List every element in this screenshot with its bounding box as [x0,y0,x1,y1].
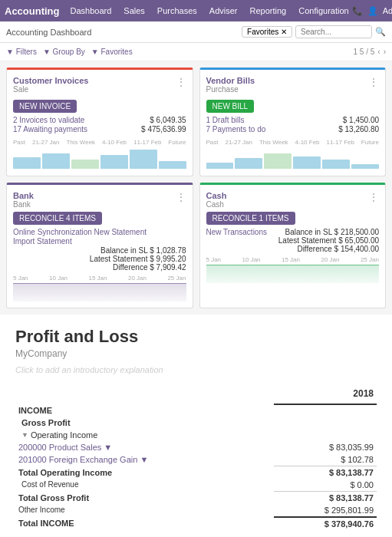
vendor-bills-info: 1 Draft bills $ 1,450.00 7 Payments to d… [206,116,380,134]
cash-latest-value: $ 65,050.00 [338,236,379,245]
cash-title: Cash [206,191,227,200]
nav-right: 📞 👤 Administrator [352,6,392,16]
product-sales-label[interactable]: 200000 Product Sales ▼ [15,441,274,453]
vendor-bills-menu-icon[interactable]: ⋮ [368,76,379,88]
customer-invoices-row2: 17 Awaiting payments $ 475,636.99 [13,125,186,133]
favorites-filter-button[interactable]: ▼ Favorites [91,48,133,56]
reconcile-cash-button[interactable]: RECONCILE 1 ITEMS [206,212,295,225]
bank-chart-labels: 5 Jan 10 Jan 15 Jan 20 Jan 25 Jan [13,275,186,282]
import-statement-link[interactable]: Import Statement [13,237,147,245]
customer-invoices-info: 2 Invoices to validate $ 6,049.35 17 Awa… [13,116,186,134]
nav-item-configuration[interactable]: Configuration [295,5,351,17]
new-invoice-button[interactable]: NEW INVOICE [13,100,77,113]
bank-chart-svg [13,284,186,302]
cash-chart [206,265,380,283]
vb-chart-label-week: This Week [259,139,288,146]
bar-6 [159,161,186,169]
pnl-company: MyCompany [15,348,377,359]
pnl-empty-header [15,387,274,404]
chart-label-feb1: 4-10 Feb [102,139,127,146]
bar-4 [100,155,128,169]
invoices-validate-link[interactable]: 2 Invoices to validate [13,116,84,124]
fx-gain-label[interactable]: 201000 Foreign Exchange Gain ▼ [15,453,274,466]
cash-balance-value: $ 218,500.00 [334,228,379,236]
nav-menu: Dashboard Sales Purchases Adviser Report… [68,5,352,17]
cash-info-block: New Transactions Balance in SL $ 218,500… [206,228,380,253]
payments-to-do-link[interactable]: 7 Payments to do [206,125,266,133]
user-label: Administrator [383,6,392,15]
filters-button[interactable]: ▼ Filters [6,48,37,56]
vendor-bills-card: Vendor Bills Purchase ⋮ NEW BILL 1 Draft… [199,68,387,176]
cash-menu-icon[interactable]: ⋮ [368,191,379,203]
nav-item-reporting[interactable]: Reporting [247,5,290,17]
favorites-button[interactable]: Favorites ✕ [242,26,292,38]
pager-prev[interactable]: ‹ [377,48,380,56]
nav-item-dashboard[interactable]: Dashboard [68,5,115,17]
draft-bills-amount: $ 1,450.00 [343,116,379,124]
bank-label-jan5: 5 Jan [13,275,28,282]
awaiting-payments-link[interactable]: 17 Awaiting payments [13,125,87,133]
operating-income-label: Operating Income [31,430,97,440]
cash-diff-row: Difference $ 154,400.00 [278,245,379,253]
new-bill-button[interactable]: NEW BILL [206,100,255,113]
bar-1 [13,157,41,169]
pager-next[interactable]: › [384,48,386,56]
search-icon[interactable]: 🔍 [375,27,386,37]
online-sync-link[interactable]: Online Synchronization New Statement [13,228,147,236]
breadcrumb: Accounting Dashboard [6,28,91,37]
vb-bar-4 [293,156,321,169]
vendor-bills-title-block: Vendor Bills Purchase [206,76,255,94]
bank-menu-icon[interactable]: ⋮ [176,191,186,203]
customer-invoices-menu-icon[interactable]: ⋮ [176,76,186,88]
pnl-year-header: 2018 [274,387,377,404]
bank-label-jan25: 25 Jan [167,275,186,282]
expand-icon: ▼ [21,431,28,439]
total-income-label: Total INCOME [15,517,274,530]
bank-latest-row: Latest Statement $ 9,995.20 [90,255,186,263]
vb-chart-label-future: Future [361,139,379,146]
cash-chart-svg [206,265,380,284]
cash-chart-labels: 5 Jan 10 Jan 15 Jan 20 Jan 25 Jan [206,256,380,263]
pager-text: 1 5 / 5 [354,48,375,56]
vendor-bills-title: Vendor Bills [206,76,255,85]
vb-chart-label-feb1: 4-10 Feb [295,139,320,146]
vendor-bills-chart-labels: Past 21-27 Jan This Week 4-10 Feb 11-17 … [206,139,380,146]
new-transactions-link[interactable]: New Transactions [206,228,267,236]
pnl-intro[interactable]: Click to add an introductory explanation [15,365,377,374]
nav-item-purchases[interactable]: Purchases [154,5,200,17]
top-navigation: Accounting Dashboard Sales Purchases Adv… [0,0,392,21]
bank-title-block: Bank Bank [13,191,34,209]
nav-brand: Accounting [5,5,60,17]
nav-item-sales[interactable]: Sales [120,5,148,17]
invoices-validate-amount: $ 6,049.35 [150,116,186,124]
payments-to-do-amount: $ 13,260.80 [338,125,379,133]
customer-invoices-bars [13,147,186,169]
cash-label-jan25: 25 Jan [361,256,379,263]
cash-label-jan20: 20 Jan [321,256,339,263]
bank-diff-label: Difference [113,263,147,272]
vb-bar-3 [264,153,292,169]
search-input[interactable] [295,25,372,38]
customer-invoices-chart-labels: Past 21-27 Jan This Week 4-10 Feb 11-17 … [13,139,186,146]
customer-invoices-title-block: Customer Invoices Sale [13,76,88,94]
reconcile-bank-button[interactable]: RECONCILE 4 ITEMS [13,212,102,225]
customer-invoices-subtitle: Sale [13,85,88,94]
filter-bar: ▼ Filters ▼ Group By ▼ Favorites 1 5 / 5… [0,43,392,61]
draft-bills-link[interactable]: 1 Draft bills [206,116,245,124]
customer-invoices-card: Customer Invoices Sale ⋮ NEW INVOICE 2 I… [6,68,193,176]
pnl-title: Profit and Loss [15,327,377,347]
bank-latest-value: $ 9,995.20 [150,255,186,263]
bar-3 [71,160,99,169]
bank-label-jan10: 10 Jan [49,275,68,282]
nav-item-adviser[interactable]: Adviser [206,5,241,17]
fx-gain-value: $ 102.78 [274,453,377,466]
group-by-button[interactable]: ▼ Group By [43,48,85,56]
other-income-value: $ 295,801.99 [274,504,377,517]
chart-label-jan: 21-27 Jan [32,139,60,146]
bank-chart [13,283,186,301]
cash-amounts-block: Balance in SL $ 218,500.00 Latest Statem… [278,228,379,253]
vb-bar-2 [235,158,262,169]
cash-diff-value: $ 154,400.00 [334,245,379,253]
cash-label-jan10: 10 Jan [242,256,261,263]
total-operating-income-label: Total Operating Income [15,466,274,479]
